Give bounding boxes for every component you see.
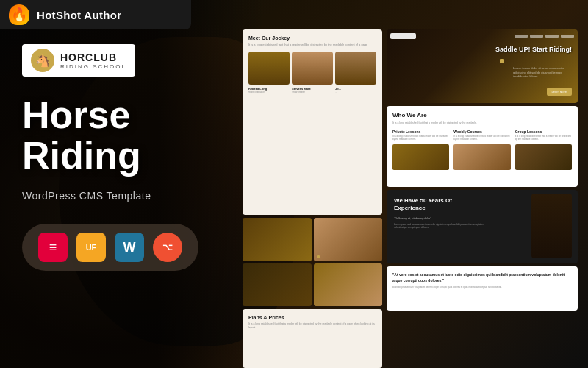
jockey-grid: Rebeka Long Riding Instructor Stevens Ma… xyxy=(248,52,376,93)
jockey-card-2: Stevens Mare Show Trainer xyxy=(292,52,333,93)
heading-line2: Riding xyxy=(22,134,141,177)
lesson-col-3: Group Lessons It is a long established f… xyxy=(515,130,572,170)
logo-main-text: HORCLUB xyxy=(60,52,126,63)
hero-text-small: Lorem ipsum dolor sit amet consectetur a… xyxy=(513,66,572,79)
hero-nav-bar xyxy=(390,33,574,39)
jockey-role-3: ... xyxy=(335,91,376,93)
lesson-col-1: Private Lessons It is a long established… xyxy=(392,130,449,170)
nav-link-2 xyxy=(530,35,543,38)
left-content-panel: 🐴 HORCLUB RIDING SCHOOL Horse Riding Wor… xyxy=(0,0,265,368)
lesson-img-1 xyxy=(392,144,449,170)
exp-text: Lorem ipsum and accusamus et iusto odio … xyxy=(394,223,490,230)
hero-headline: Saddle UP! Start Riding! xyxy=(495,46,572,54)
main-heading: Horse Riding xyxy=(22,95,243,175)
nav-links-mini xyxy=(514,35,574,38)
nav-link-3 xyxy=(545,35,559,38)
logo-sub-text: RIDING SCHOOL xyxy=(60,63,126,70)
who-desc: It is a long established fact that a rea… xyxy=(392,121,572,125)
tech-icons-row: ≡ UF W ⌥ xyxy=(22,224,198,271)
who-preview-section: Who We Are It is a long established fact… xyxy=(387,106,578,187)
preview-left-column: Meet Our Jockey It is a long established… xyxy=(243,29,382,368)
logo-box: 🐴 HORCLUB RIDING SCHOOL xyxy=(22,44,135,77)
jockey-photo-1 xyxy=(248,52,290,85)
website-preview-panel: Meet Our Jockey It is a long established… xyxy=(243,29,588,368)
nav-logo-mini xyxy=(390,33,416,39)
horse-img-4 xyxy=(314,263,383,307)
quote-preview-section: "At vero eos et accusamus et iusto odio … xyxy=(387,266,578,311)
exp-title: We Have 50 Years Of Experience xyxy=(394,197,482,213)
jockey-preview-section: Meet Our Jockey It is a long established… xyxy=(243,29,382,215)
horse-img-3 xyxy=(243,263,312,307)
logo-icon: 🐴 xyxy=(31,49,54,72)
jockey-photo-3 xyxy=(335,52,376,85)
lesson-title-3: Group Lessons xyxy=(515,130,572,134)
lesson-desc-2: It is a long established fact that a rea… xyxy=(453,135,510,141)
jockey-card-3: Jo... ... xyxy=(335,52,376,93)
brand-name: HotShot Author xyxy=(37,9,121,21)
quote-small: Blandidit praesentium voluptatum delenit… xyxy=(392,286,572,289)
logo-text: HORCLUB RIDING SCHOOL xyxy=(60,52,126,70)
jockey-role-2: Show Trainer xyxy=(292,91,333,93)
git-icon: ⌥ xyxy=(153,233,182,262)
nav-link-4 xyxy=(561,35,574,38)
hero-accent-dot xyxy=(500,59,504,63)
lesson-desc-1: It is a long established fact that a rea… xyxy=(392,135,449,141)
wordpress-icon: W xyxy=(115,233,144,262)
lesson-desc-3: It is a long established fact that a rea… xyxy=(515,135,572,141)
horse-img-2 xyxy=(314,218,383,261)
nav-link-1 xyxy=(514,35,528,38)
heading-line1: Horse xyxy=(22,93,130,136)
lesson-col-2: Weekly Courses It is a long established … xyxy=(453,130,510,170)
flame-icon xyxy=(9,4,29,25)
jockey-role-1: Riding Instructor xyxy=(248,91,290,93)
lessons-row: Private Lessons It is a long established… xyxy=(392,130,572,170)
who-title: Who We Are xyxy=(392,112,572,118)
jockey-desc: It is a long established fact that a rea… xyxy=(248,43,376,47)
plans-title: Plans & Prices xyxy=(248,315,376,320)
experience-preview-section: We Have 50 Years Of Experience "Gallopci… xyxy=(387,190,578,263)
plans-preview-section: Plans & Prices It is a long established … xyxy=(243,309,382,368)
subtitle: WordPress CMS Template xyxy=(22,190,243,202)
horses-image-grid xyxy=(243,218,382,306)
exp-rider-image xyxy=(531,194,572,258)
ux-fusion-icon: UF xyxy=(76,233,106,262)
hero-preview-section: Saddle UP! Start Riding! Lorem ipsum dol… xyxy=(387,29,578,103)
lesson-img-2 xyxy=(453,144,510,170)
plans-desc: It is a long established fact that a rea… xyxy=(248,322,376,330)
jockey-card-1: Rebeka Long Riding Instructor xyxy=(248,52,290,93)
jockey-title: Meet Our Jockey xyxy=(248,35,376,40)
topbar: HotShot Author xyxy=(0,0,191,29)
hero-button-mini: Learn More xyxy=(547,88,572,96)
lesson-title-2: Weekly Courses xyxy=(453,130,510,134)
elementor-icon: ≡ xyxy=(38,233,68,262)
lesson-img-3 xyxy=(515,144,572,170)
quote-text: "At vero eos et accusamus et iusto odio … xyxy=(392,272,572,283)
horse-img-1 xyxy=(243,218,312,261)
lesson-title-1: Private Lessons xyxy=(392,130,449,134)
jockey-photo-2 xyxy=(292,52,333,85)
preview-right-column: Saddle UP! Start Riding! Lorem ipsum dol… xyxy=(387,29,578,368)
